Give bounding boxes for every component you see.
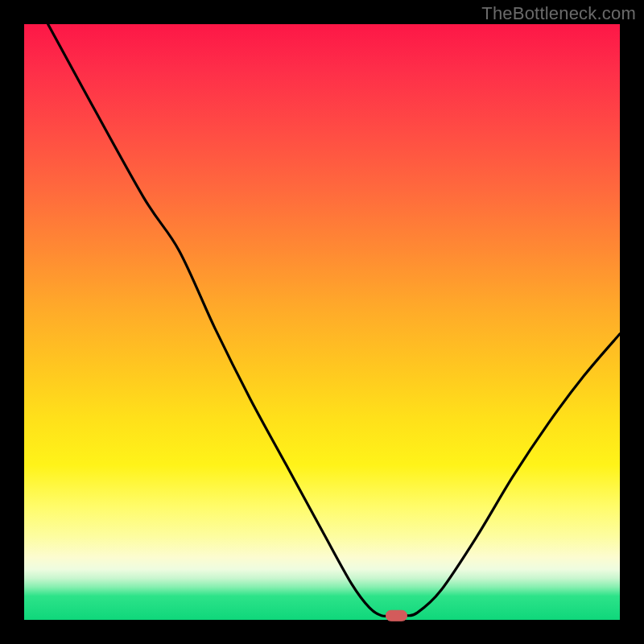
chart-frame: TheBottleneck.com	[0, 0, 644, 644]
curve-layer	[24, 24, 620, 620]
watermark-text: TheBottleneck.com	[481, 3, 636, 24]
optimum-marker	[386, 610, 407, 621]
bottleneck-curve	[48, 24, 620, 617]
plot-area	[24, 24, 620, 620]
